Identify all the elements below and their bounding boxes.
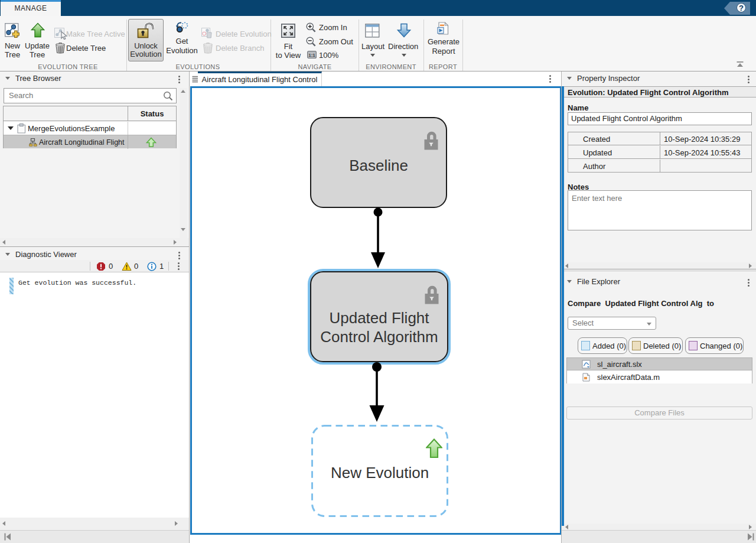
svg-text:1:1: 1:1	[308, 53, 315, 58]
